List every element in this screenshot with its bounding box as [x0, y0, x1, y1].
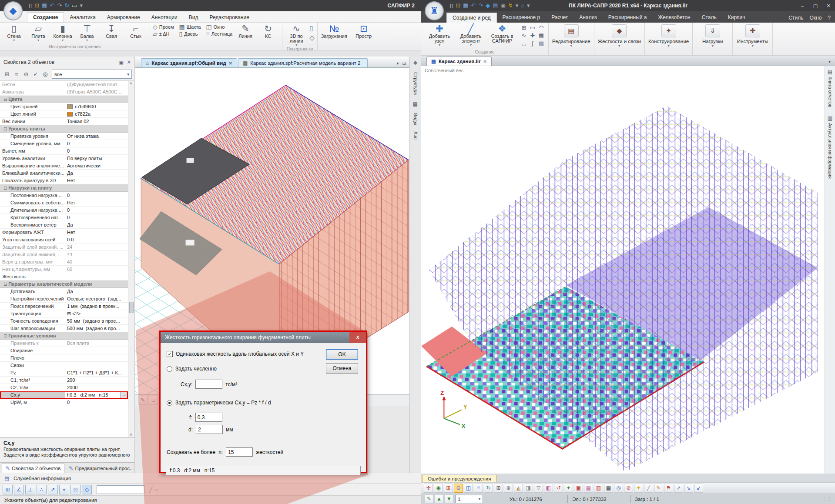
- magnet-screen-icon[interactable]: ⌖: [59, 485, 69, 494]
- prop-long-load[interactable]: Длительная нагрузка ... 0: [0, 207, 128, 214]
- ruler-icon[interactable]: ▭: [72, 2, 77, 9]
- prop-stiffness[interactable]: Жесткость: [0, 273, 128, 280]
- next-load-icon[interactable]: ▼: [445, 495, 453, 503]
- style-menu[interactable]: Стиль: [788, 15, 803, 21]
- window-button[interactable]: ◫Окно: [206, 23, 232, 30]
- prop-rebar[interactable]: Арматура (3)Гориз А500С.А500С....: [0, 88, 128, 96]
- prop-azht[interactable]: Формировать АЖТ Нет: [0, 229, 128, 236]
- properties-filter-select[interactable]: все ▾: [52, 70, 132, 79]
- ribbon-tab[interactable]: Расширенный а: [603, 13, 653, 23]
- tools-panel-button[interactable]: ✚ Инструменты ▾: [733, 23, 773, 55]
- dd-icon[interactable]: ▾: [516, 2, 519, 9]
- slab-button[interactable]: ▱ Плита ▾: [27, 23, 50, 42]
- close-tab-icon[interactable]: ✕: [483, 59, 486, 64]
- prop-c1[interactable]: C1, тс/м³ 200: [0, 377, 128, 384]
- sheets-panel-tab[interactable]: Лис: [413, 131, 418, 140]
- joint-button[interactable]: ⌐ Стык: [124, 23, 147, 39]
- prop-short-load[interactable]: Кратковременная наг... 0: [0, 214, 128, 221]
- open-file-icon[interactable]: ⊡: [34, 2, 39, 9]
- flag-icon[interactable]: ⚑: [664, 484, 673, 493]
- scroll-thumb[interactable]: [129, 302, 134, 313]
- model-icon[interactable]: ◆: [486, 2, 490, 9]
- line-button[interactable]: ✎ Линия: [234, 23, 257, 39]
- lines-icon[interactable]: ≡: [474, 484, 483, 493]
- actual-info-tab[interactable]: ▥ Актуальная информация: [828, 115, 833, 179]
- brush-icon[interactable]: ✦: [564, 484, 573, 493]
- numeric-radio[interactable]: [167, 366, 172, 372]
- edit-load-icon[interactable]: ✎: [425, 495, 433, 503]
- prop-extend[interactable]: Дотягивать Да: [0, 288, 128, 295]
- mirror-icon[interactable]: ◧: [544, 484, 553, 493]
- frame1-icon[interactable]: ▣: [574, 484, 583, 493]
- save-icon[interactable]: ▦: [42, 2, 47, 9]
- prop-ties[interactable]: Связи: [0, 362, 128, 369]
- resize-grip[interactable]: ⋮⋮: [823, 497, 832, 501]
- box-icon[interactable]: □: [149, 396, 158, 405]
- new-file-icon[interactable]: ▯: [29, 2, 32, 9]
- beam-button[interactable]: ⊤ Балка ▾: [76, 23, 98, 42]
- prop-rebar-bottom[interactable]: Низ ц.т.арматуры, мм 60: [0, 266, 128, 273]
- length-icon[interactable]: ╱: [644, 484, 653, 493]
- new-file-icon[interactable]: ▯: [450, 2, 453, 9]
- search-icon[interactable]: ◎: [41, 70, 50, 79]
- close-tab-icon[interactable]: ✕: [229, 61, 232, 66]
- ribbon-tab[interactable]: Кирпич: [722, 13, 751, 23]
- prop-cxy[interactable]: Cx,y f:0.3 d:2 мм n:15 ...: [0, 391, 128, 399]
- lira-3d-view[interactable]: Собственный вес: [421, 66, 825, 474]
- tab-properties[interactable]: ✎ Свойства 2 объектов: [2, 464, 64, 473]
- open-file-icon[interactable]: ⊡: [456, 2, 460, 9]
- surface-box-icon[interactable]: ◇: [309, 34, 315, 42]
- opening-button[interactable]: ◇Проем: [153, 23, 174, 30]
- view-tab-general[interactable]: ⌂ Каркас здания.spf:Общий вид ✕: [141, 58, 237, 67]
- ribbon-tab[interactable]: Анализ: [573, 13, 603, 23]
- scroll-down-icon[interactable]: ∨: [130, 433, 132, 437]
- rotate-icon[interactable]: ↻: [484, 484, 493, 493]
- proj-xy-icon[interactable]: ↘: [684, 484, 693, 493]
- sync-icon[interactable]: ↻: [64, 2, 69, 9]
- prop-overhang[interactable]: Вылет, мм 0: [0, 147, 128, 155]
- apply-icon[interactable]: ✓: [31, 70, 40, 79]
- minimize-button[interactable]: –: [796, 1, 809, 10]
- book-icon[interactable]: ▤: [493, 2, 498, 9]
- bar-icon[interactable]: ▭: [528, 24, 537, 32]
- prop-line-color[interactable]: Цвет линий c7822a: [0, 110, 128, 118]
- edit-icon[interactable]: ✎: [138, 396, 148, 405]
- save-icon[interactable]: ▦: [463, 2, 468, 9]
- prop-line-weight[interactable]: Вес линии Тонкая 02: [0, 118, 128, 125]
- frame4-icon[interactable]: ▦: [604, 484, 613, 493]
- parametric-radio[interactable]: [167, 400, 172, 406]
- d-input[interactable]: 2: [196, 425, 223, 434]
- 3d-by-line-button[interactable]: ∿ 3D по линии ▾: [285, 23, 308, 47]
- prop-face-color[interactable]: Цвет граней c7b49600: [0, 103, 128, 110]
- view-tab-model2[interactable]: ▦ Каркас здания.spf:Расчетная модель вар…: [238, 58, 368, 67]
- ribbon-tab[interactable]: Расчет: [546, 13, 573, 23]
- surface-wall-icon[interactable]: ▯: [309, 24, 315, 32]
- snap-points-icon[interactable]: ∴: [37, 485, 47, 494]
- plus-icon[interactable]: ✚: [528, 32, 537, 40]
- properties-scrollbar[interactable]: ∧ ∨: [128, 81, 134, 437]
- ef-icon[interactable]: ⊜: [504, 484, 513, 493]
- section-slab-level[interactable]: Уровень плиты: [0, 125, 128, 133]
- dialog-titlebar[interactable]: Жесткость горизонтального опирания фунда…: [161, 332, 366, 343]
- coordinate-input[interactable]: [97, 485, 144, 494]
- prop-dead-load[interactable]: Постоянная нагрузка ... 0: [0, 192, 128, 199]
- prop-rebar-top[interactable]: Верх ц.т.арматуры, мм 40: [0, 258, 128, 266]
- frame3-icon[interactable]: ▥: [594, 484, 603, 493]
- red-grid-icon[interactable]: ⊞: [444, 484, 453, 493]
- prop-level-offset[interactable]: Смещение уровня, мм 0: [0, 140, 128, 147]
- edit-panel-button[interactable]: ▤ Редактирование ▾: [549, 23, 594, 55]
- tab-list-icon[interactable]: ▾: [397, 61, 399, 66]
- loop-icon[interactable]: ↺: [554, 484, 563, 493]
- prop-support[interactable]: Опирание: [0, 347, 128, 354]
- camera-icon[interactable]: ◉: [500, 2, 505, 9]
- ks-button[interactable]: ↻ КС: [257, 23, 279, 39]
- zoom-in-icon[interactable]: ◎: [614, 484, 623, 493]
- undo-icon[interactable]: ↶: [471, 2, 476, 9]
- space-button[interactable]: ⊡ Простр: [350, 23, 378, 39]
- dialog-close-button[interactable]: x: [349, 332, 366, 343]
- create-in-sapfir-button[interactable]: ❖ Создать в САПФИР: [486, 23, 518, 47]
- zoom-off-icon[interactable]: ⊘: [624, 484, 633, 493]
- wall-button[interactable]: ▯ Стена ▾: [3, 23, 25, 42]
- frame-icon[interactable]: ⊞: [520, 24, 528, 32]
- prop-match-precision[interactable]: Точность совпадения 50 мм (задано в прое…: [0, 317, 128, 325]
